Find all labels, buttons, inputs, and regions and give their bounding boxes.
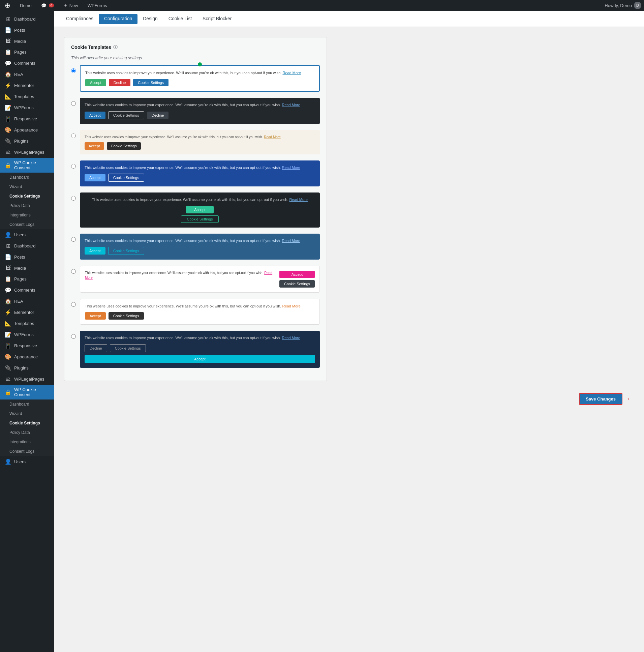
sidebar-item-wpforms[interactable]: 📝 WPForms [0, 102, 54, 113]
sidebar-item-rea2[interactable]: 🏠 REA [0, 296, 54, 307]
template-radio-7[interactable] [71, 269, 76, 274]
sidebar-item-elementor[interactable]: ⚡ Elementor [0, 80, 54, 91]
sidebar-item-plugins[interactable]: 🔌 Plugins [0, 136, 54, 147]
sidebar-item-wplegalpages[interactable]: ⚖ WPLegalPages [0, 147, 54, 158]
sidebar-item-media2[interactable]: 🖼 Media [0, 263, 54, 273]
tab-script-blocker[interactable]: Script Blocker [197, 12, 237, 26]
submenu-dashboard[interactable]: Dashboard [0, 172, 54, 182]
sidebar-item-dashboard[interactable]: ⊞ Dashboard [0, 13, 54, 25]
info-icon[interactable]: ⓘ [113, 44, 118, 50]
cookie-settings-btn-7[interactable]: Cookie Settings [279, 280, 315, 288]
decline-btn-2[interactable]: Decline [147, 112, 169, 119]
tab-design[interactable]: Design [138, 12, 163, 26]
template-radio-8[interactable] [71, 302, 76, 307]
template-radio-6[interactable] [71, 237, 76, 242]
cookie-settings-btn-9[interactable]: Cookie Settings [110, 344, 146, 352]
sidebar-item-wplegalpages2[interactable]: ⚖ WPLegalPages [0, 374, 54, 385]
tab-cookie-list[interactable]: Cookie List [163, 12, 197, 26]
main-content: Compliances Configuration Design Cookie … [54, 11, 644, 652]
site-name[interactable]: Demo [18, 0, 34, 11]
accept-btn-8[interactable]: Accept [85, 312, 106, 320]
wplegalpages2-icon: ⚖ [5, 376, 11, 382]
submenu2-wizard[interactable]: Wizard [0, 409, 54, 418]
cookie-settings-btn-4[interactable]: Cookie Settings [108, 173, 144, 182]
sidebar-item-users2[interactable]: 👤 Users [0, 456, 54, 467]
submenu2-consent-logs[interactable]: Consent Logs [0, 447, 54, 456]
sidebar-item-appearance[interactable]: 🎨 Appearance [0, 125, 54, 136]
accept-btn-2[interactable]: Accept [85, 112, 106, 119]
accept-btn-6[interactable]: Accept [85, 247, 106, 254]
cookie-settings-btn-6[interactable]: Cookie Settings [108, 247, 144, 255]
save-changes-button[interactable]: Save Changes [579, 393, 622, 405]
read-more-link-9[interactable]: Read More [282, 336, 300, 340]
overwrite-notice: This will overwrite your existing settin… [71, 56, 320, 60]
submenu-integrations[interactable]: Integrations [0, 210, 54, 220]
accept-btn-5[interactable]: Accept [186, 206, 214, 213]
sidebar-item-media[interactable]: 🖼 Media [0, 36, 54, 47]
sidebar-item-users[interactable]: 👤 Users [0, 229, 54, 240]
accept-btn-3[interactable]: Accept [85, 142, 104, 150]
tab-compliances[interactable]: Compliances [61, 12, 99, 26]
sidebar-item-responsive[interactable]: 📱 Responsive [0, 113, 54, 125]
sidebar-item-dashboard2[interactable]: ⊞ Dashboard [0, 240, 54, 251]
cookie-settings-btn-2[interactable]: Cookie Settings [108, 111, 144, 119]
cookie-settings-btn-5[interactable]: Cookie Settings [181, 215, 218, 223]
template-radio-4[interactable] [71, 164, 76, 168]
read-more-link-1[interactable]: Read More [282, 71, 301, 75]
new-item[interactable]: ＋ New [61, 0, 80, 11]
submenu-wizard[interactable]: Wizard [0, 182, 54, 191]
read-more-link-8[interactable]: Read More [282, 304, 300, 308]
submenu2-policy-data[interactable]: Policy Data [0, 428, 54, 437]
template-radio-3[interactable] [71, 134, 76, 138]
template-9: This website uses cookies to improve you… [80, 331, 320, 368]
read-more-link-5[interactable]: Read More [289, 197, 308, 201]
sidebar-item-posts[interactable]: 📄 Posts [0, 25, 54, 36]
sidebar-item-wpcookie2[interactable]: 🔒 WP Cookie Consent [0, 385, 54, 400]
accept-btn-9[interactable]: Accept [85, 355, 315, 363]
sidebar-item-posts2[interactable]: 📄 Posts [0, 251, 54, 263]
sidebar-item-templates2[interactable]: 📐 Templates [0, 318, 54, 329]
sidebar-item-plugins2[interactable]: 🔌 Plugins [0, 362, 54, 374]
read-more-link-6[interactable]: Read More [282, 239, 300, 243]
sidebar-item-rea[interactable]: 🏠 REA [0, 69, 54, 80]
accept-btn-1[interactable]: Accept [85, 79, 106, 86]
read-more-link-7[interactable]: Read More [85, 271, 272, 279]
sidebar-item-templates[interactable]: 📐 Templates [0, 91, 54, 102]
notifications[interactable]: 💬 0 [39, 0, 56, 11]
sidebar-item-comments2[interactable]: 💬 Comments [0, 284, 54, 296]
submenu-policy-data[interactable]: Policy Data [0, 201, 54, 210]
pages-icon: 📋 [5, 49, 11, 55]
sidebar-item-responsive2[interactable]: 📱 Responsive [0, 340, 54, 351]
sidebar-item-wpcookie[interactable]: 🔒 WP Cookie Consent [0, 158, 54, 172]
wp-logo[interactable]: ⊕ [3, 0, 12, 11]
template-radio-1[interactable] [71, 69, 76, 73]
cookie-settings-btn-8[interactable]: Cookie Settings [109, 312, 144, 320]
tab-configuration[interactable]: Configuration [99, 14, 138, 24]
read-more-link-4[interactable]: Read More [282, 165, 300, 169]
template-radio-2[interactable] [71, 101, 76, 106]
accept-btn-7[interactable]: Accept [279, 271, 315, 278]
template-radio-9[interactable] [71, 334, 76, 339]
sidebar-item-comments[interactable]: 💬 Comments [0, 58, 54, 69]
accept-btn-4[interactable]: Accept [85, 174, 106, 181]
decline-btn-1[interactable]: Decline [109, 79, 131, 86]
sidebar-item-appearance2[interactable]: 🎨 Appearance [0, 351, 54, 362]
submenu2-integrations[interactable]: Integrations [0, 437, 54, 447]
read-more-link-2[interactable]: Read More [282, 103, 300, 107]
read-more-link-3[interactable]: Read More [264, 135, 280, 139]
submenu-cookie-settings[interactable]: Cookie Settings [0, 191, 54, 201]
submenu-consent-logs[interactable]: Consent Logs [0, 220, 54, 229]
sidebar-item-pages2[interactable]: 📋 Pages [0, 273, 54, 284]
cookie-settings-btn-3[interactable]: Cookie Settings [107, 142, 141, 150]
sidebar-item-wpforms2[interactable]: 📝 WPForms [0, 329, 54, 340]
wpforms-link[interactable]: WPForms [86, 0, 109, 11]
cookie-settings-btn-1[interactable]: Cookie Settings [133, 79, 168, 86]
submenu2-dashboard[interactable]: Dashboard [0, 400, 54, 409]
submenu2-cookie-settings[interactable]: Cookie Settings [0, 418, 54, 428]
template-preview-3: This website uses cookies to improve you… [80, 130, 320, 155]
template-radio-5[interactable] [71, 196, 76, 200]
sidebar-item-pages[interactable]: 📋 Pages [0, 47, 54, 58]
decline-btn-9[interactable]: Decline [85, 344, 107, 352]
template-2: This website uses cookies to improve you… [80, 98, 320, 124]
sidebar-item-elementor2[interactable]: ⚡ Elementor [0, 307, 54, 318]
